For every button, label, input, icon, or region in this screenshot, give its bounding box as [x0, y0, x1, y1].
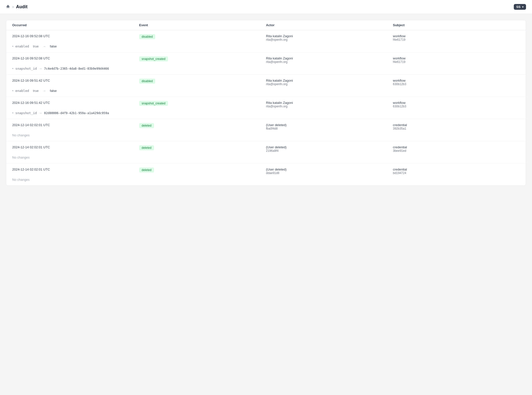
subject-type: workflow: [393, 34, 520, 38]
row-subject: workflow 630b12b3: [393, 101, 520, 108]
row-event: deleted: [139, 123, 266, 128]
actor-name: (User deleted): [266, 168, 393, 171]
row-occurred: 2024-12-14 02:02:01 UTC: [12, 145, 139, 149]
actor-email: rita@openfn.org: [266, 82, 393, 86]
actor-name: Rita katalin Zagoni: [266, 101, 393, 105]
detail-arrow: →: [39, 111, 42, 115]
bullet-dot: •: [12, 89, 13, 93]
table-row: 2024-12-14 02:02:01 UTC deleted (User de…: [6, 119, 526, 141]
audit-table: Occurred Event Actor Subject 2024-12-16 …: [6, 20, 526, 186]
no-changes: No changes: [6, 155, 526, 163]
actor-email: 2196a9f4: [266, 149, 393, 153]
row-subject: credential 392b35a1: [393, 123, 520, 130]
row-detail: • snapshot_id → 02d80006-d4f9-42b1-959a-…: [6, 110, 526, 119]
detail-key: snapshot_id: [15, 111, 37, 115]
row-detail: • snapshot_id → 7c4e4d7b-2365-4da8-8ed1-…: [6, 66, 526, 74]
actor-email: rita@openfn.org: [266, 38, 393, 41]
row-subject: credential bd194724: [393, 168, 520, 175]
row-event: deleted: [139, 145, 266, 150]
row-main: 2024-12-16 09:52:08 UTC disabled Rita ka…: [6, 30, 526, 43]
actor-name: (User deleted): [266, 145, 393, 149]
table-body: 2024-12-16 09:52:08 UTC disabled Rita ka…: [6, 30, 526, 186]
row-occurred: 2024-12-16 09:51:42 UTC: [12, 101, 139, 105]
home-icon[interactable]: [6, 4, 10, 9]
row-subject: workflow f4e61719: [393, 34, 520, 41]
subject-id: 630b12b3: [393, 105, 520, 108]
row-detail: • enabled true → false: [6, 88, 526, 97]
col-actor: Actor: [266, 23, 393, 27]
row-subject: workflow 630b12b3: [393, 79, 520, 86]
detail-from: true: [33, 44, 38, 48]
event-badge: snapshot_created: [139, 101, 168, 106]
actor-name: (User deleted): [266, 123, 393, 127]
table-row: 2024-12-16 09:52:08 UTC disabled Rita ka…: [6, 30, 526, 52]
table-row: 2024-12-14 02:02:01 UTC deleted (User de…: [6, 141, 526, 164]
row-occurred: 2024-12-16 09:51:42 UTC: [12, 79, 139, 82]
row-occurred: 2024-12-16 09:52:08 UTC: [12, 56, 139, 60]
row-main: 2024-12-16 09:52:08 UTC snapshot_created…: [6, 52, 526, 66]
user-initials: SS: [516, 5, 521, 9]
row-actor: Rita katalin Zagoni rita@openfn.org: [266, 79, 393, 86]
event-badge: deleted: [139, 145, 154, 150]
event-badge: snapshot_created: [139, 56, 168, 61]
subject-type: credential: [393, 123, 520, 127]
detail-arrow: →: [43, 44, 46, 48]
breadcrumb-separator: >: [12, 5, 14, 9]
actor-email: rita@openfn.org: [266, 60, 393, 64]
detail-key: snapshot_id: [15, 67, 37, 70]
event-badge: disabled: [139, 79, 155, 84]
subject-id: 392b35a1: [393, 127, 520, 130]
actor-email: fba0f4d8: [266, 127, 393, 130]
bullet-dot: •: [12, 67, 13, 70]
row-main: 2024-12-14 02:02:01 UTC deleted (User de…: [6, 164, 526, 177]
row-event: snapshot_created: [139, 56, 266, 61]
subject-type: workflow: [393, 56, 520, 60]
row-main: 2024-12-14 02:02:01 UTC deleted (User de…: [6, 119, 526, 132]
subject-type: workflow: [393, 79, 520, 82]
actor-email: ddae91d8: [266, 171, 393, 175]
subject-id: 630b12b3: [393, 82, 520, 86]
user-menu[interactable]: SS ▾: [514, 4, 526, 10]
row-subject: workflow f4e61719: [393, 56, 520, 64]
detail-value: 7c4e4d7b-2365-4da8-8ed1-03b9e99d4466: [44, 67, 109, 70]
no-changes: No changes: [6, 132, 526, 141]
row-main: 2024-12-16 09:51:42 UTC snapshot_created…: [6, 97, 526, 110]
page-title: Audit: [16, 4, 27, 9]
row-occurred: 2024-12-16 09:52:08 UTC: [12, 34, 139, 38]
detail-from: true: [33, 89, 38, 93]
table-row: 2024-12-16 09:52:08 UTC snapshot_created…: [6, 52, 526, 75]
row-actor: Rita katalin Zagoni rita@openfn.org: [266, 34, 393, 41]
col-subject: Subject: [393, 23, 520, 27]
actor-name: Rita katalin Zagoni: [266, 79, 393, 82]
row-actor: (User deleted) fba0f4d8: [266, 123, 393, 130]
row-actor: (User deleted) 2196a9f4: [266, 145, 393, 153]
actor-name: Rita katalin Zagoni: [266, 56, 393, 60]
row-event: deleted: [139, 168, 266, 173]
actor-name: Rita katalin Zagoni: [266, 34, 393, 38]
detail-arrow: →: [43, 89, 46, 93]
subject-id: bd194724: [393, 171, 520, 175]
breadcrumb: > Audit: [6, 4, 27, 9]
row-detail: • enabled true → false: [6, 43, 526, 52]
col-event: Event: [139, 23, 266, 27]
row-occurred: 2024-12-14 02:02:01 UTC: [12, 123, 139, 127]
bullet-dot: •: [12, 44, 13, 48]
row-main: 2024-12-14 02:02:01 UTC deleted (User de…: [6, 141, 526, 155]
row-event: snapshot_created: [139, 101, 266, 106]
row-event: disabled: [139, 79, 266, 84]
detail-to: false: [50, 44, 57, 48]
table-row: 2024-12-16 09:51:42 UTC snapshot_created…: [6, 97, 526, 119]
no-changes: No changes: [6, 177, 526, 186]
row-actor: (User deleted) ddae91d8: [266, 168, 393, 175]
row-actor: Rita katalin Zagoni rita@openfn.org: [266, 101, 393, 108]
event-badge: disabled: [139, 34, 155, 39]
row-actor: Rita katalin Zagoni rita@openfn.org: [266, 56, 393, 64]
table-row: 2024-12-16 09:51:42 UTC disabled Rita ka…: [6, 75, 526, 97]
subject-type: credential: [393, 168, 520, 171]
detail-value: 02d80006-d4f9-42b1-959a-a1a429dc959a: [44, 111, 109, 115]
bullet-dot: •: [12, 111, 13, 115]
subject-type: workflow: [393, 101, 520, 105]
subject-id: 3bee91ed: [393, 149, 520, 153]
subject-id: f4e61719: [393, 38, 520, 41]
row-subject: credential 3bee91ed: [393, 145, 520, 153]
